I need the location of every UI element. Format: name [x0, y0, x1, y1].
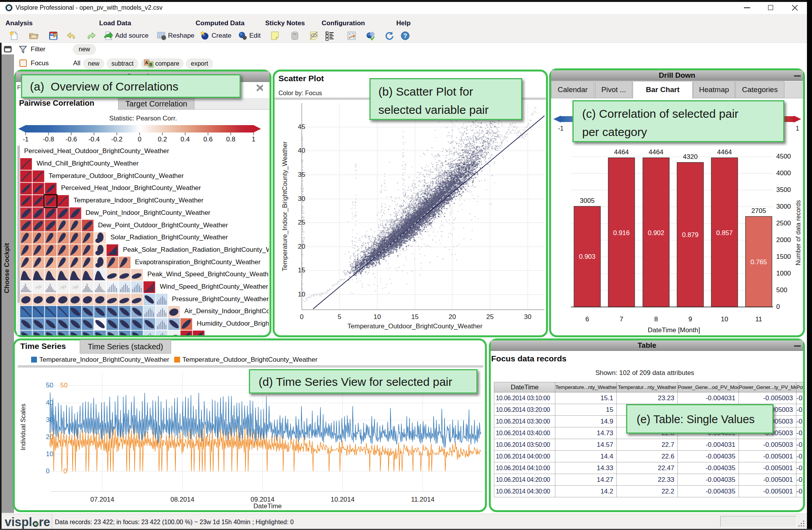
svg-text:A: A: [145, 60, 148, 65]
svg-text:B: B: [149, 62, 152, 67]
